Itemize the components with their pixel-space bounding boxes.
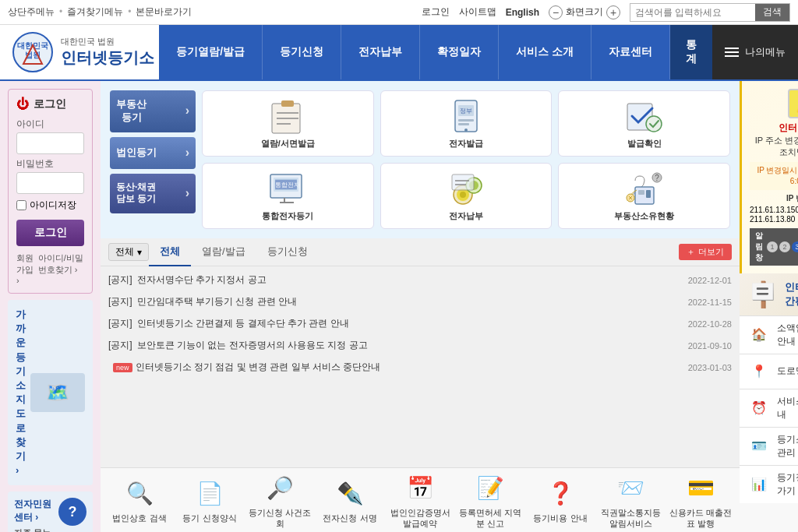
signup-link[interactable]: 회원가입 ›	[16, 252, 38, 285]
notice-title-0[interactable]: 전자서명수단 추가 지정서 공고	[137, 273, 433, 287]
ip-from-0: 211.61.13.150	[750, 206, 798, 214]
tab-btn-2[interactable]: 등기신청	[256, 238, 319, 266]
id-input[interactable]	[16, 132, 84, 154]
find-id-link[interactable]: 아이디/비밀번호찾기 ›	[38, 252, 84, 285]
nav-item-5[interactable]: 자료센터	[591, 25, 670, 79]
service-item-0[interactable]: 열람/서면발급	[202, 90, 374, 157]
info-item-1[interactable]: 📍 도로명주소 안내 ›	[740, 354, 798, 389]
sitemap-link[interactable]: 사이트맵	[459, 5, 496, 19]
svg-rect-29	[452, 174, 474, 190]
service-item-5[interactable]: ? 부동산소유현황	[558, 163, 730, 229]
svg-rect-33	[638, 190, 644, 195]
nav-my-menu[interactable]: 나의메뉴	[712, 25, 798, 79]
svg-rect-5	[281, 100, 294, 107]
category-corp[interactable]: 법인등기 ›	[110, 137, 196, 169]
map-label: 가까운 등기소 지도로 찾기 ›	[16, 308, 26, 477]
nav-item-6[interactable]: 통 계	[670, 25, 712, 79]
dot-3[interactable]: 3	[792, 241, 798, 252]
tab-btn-1[interactable]: 열람/발급	[191, 238, 256, 266]
zoom-minus-button[interactable]: −	[549, 5, 563, 19]
notice-title-3[interactable]: 보안토큰 기능이 없는 전자증명서의 사용용도 지정 공고	[137, 339, 433, 352]
service-icon-0	[264, 97, 311, 135]
nav-item-0[interactable]: 등기열람/발급	[159, 25, 263, 79]
service-item-4[interactable]: 전자납부	[380, 163, 553, 229]
login-link[interactable]: 로그인	[422, 5, 450, 19]
nav-item-2[interactable]: 전자납부	[341, 25, 420, 79]
icon-bar-item-2[interactable]: 🔎 등기신청 사건조회	[245, 473, 315, 530]
icon-bar-item-5[interactable]: 📝 등록면허세 지역분 신고	[455, 473, 525, 530]
shortcut-top[interactable]: 상단주메뉴	[8, 5, 62, 19]
notice-date-0: 2022-12-01	[688, 276, 732, 285]
tab-dropdown[interactable]: 전체 ▾	[108, 243, 149, 261]
shortcut-fav[interactable]: 즐겨찾기메뉴	[67, 5, 131, 19]
info-item-icon-0: 🏠	[747, 323, 771, 347]
login-button[interactable]: 로그인	[16, 220, 84, 246]
main-content: ⏻ 로그인 아이디 비밀번호 아이디저장 로그인 회원가입 › 아이디/비밀번호…	[0, 81, 798, 532]
info-item-4[interactable]: 📊 등기정보광장 바로가기 ›	[740, 465, 798, 503]
map-section[interactable]: 가까운 등기소 지도로 찾기 › 🗺️	[8, 300, 93, 485]
icon-bar-icon-0: 🔍	[124, 478, 155, 509]
cat-mortgage-arrow: ›	[185, 185, 189, 202]
icon-bar-item-8[interactable]: 💳 신용카드 매출전표 발행	[666, 473, 736, 530]
alert-date: IP 변경일시 : 2019. 5. 3. (금) 6:00 이후	[750, 162, 798, 190]
notice-item-4: new 인터넷등기소 정기 점검 및 변경 관련 일부 서비스 중단안내 202…	[108, 357, 732, 378]
search-button[interactable]: 검색	[755, 4, 789, 21]
language-link[interactable]: English	[506, 7, 539, 18]
icon-bar-icon-2: 🔎	[264, 473, 295, 504]
info-item-2[interactable]: ⏰ 서비스 이용시간 안내 ›	[740, 389, 798, 427]
info-item-0[interactable]: 🏠 소액임차인의 범위 안내 ›	[740, 315, 798, 354]
notice-title-1[interactable]: 민간임대주택 부기등기 신청 관련 안내	[137, 295, 433, 308]
cat-corp-arrow: ›	[185, 145, 189, 161]
nav-item-1[interactable]: 등기신청	[263, 25, 341, 79]
icon-bar-item-4[interactable]: 📅 법인인감증명서 발급예약	[385, 473, 455, 530]
info-item-icon-3: 🪪	[747, 435, 771, 458]
tab-btn-0[interactable]: 전체	[149, 238, 191, 266]
notice-title-2[interactable]: 인터넷등기소 간편결제 등 결제수단 추가 관련 안내	[137, 317, 433, 330]
id-label: 아이디	[16, 118, 84, 131]
category-column: 부동산등기 › 법인등기 › 동산·채권담보 등기 ›	[110, 90, 196, 229]
services-panel: 부동산등기 › 법인등기 › 동산·채권담보 등기 ›	[101, 81, 740, 238]
pw-input[interactable]	[16, 172, 84, 194]
service-item-3[interactable]: 통합전자 통합전자등기	[202, 163, 374, 229]
icon-bar-item-3[interactable]: ✒️ 전자신청 서명	[315, 478, 385, 523]
service-item-2[interactable]: 발급확인	[558, 90, 730, 157]
cat-real-estate-label: 부동산등기	[116, 98, 147, 125]
icon-bar-item-0[interactable]: 🔍 법인상호 검색	[104, 478, 175, 523]
service-item-1[interactable]: 정부 전자발급	[380, 90, 553, 157]
icon-bar-item-7[interactable]: 📨 직권말소통지등 알림서비스	[595, 473, 666, 530]
main-name-label: 인터넷등기소	[61, 48, 154, 69]
more-label: 더보기	[698, 246, 724, 258]
nav-item-3[interactable]: 확정일자	[420, 25, 499, 79]
dot-1[interactable]: 1	[767, 241, 778, 252]
svg-point-26	[460, 192, 466, 198]
shortcut-body[interactable]: 본문바로가기	[136, 5, 196, 19]
alert-title-area: 인터넷등기소 IP 주소 변경 및 접속불가시 조치방법 안내	[750, 122, 798, 159]
notice-title-4[interactable]: 인터넷등기소 정기 점검 및 변경 관련 일부 서비스 중단안내	[136, 361, 432, 374]
guide-banner[interactable]: 🪧 인터넷등기소 간편길잡이 ▶	[740, 273, 798, 315]
icon-bar-item-1[interactable]: 📄 등기 신청양식	[175, 478, 245, 523]
notice-item-0: [공지] 전자서명수단 추가 지정서 공고 2022-12-01	[108, 270, 732, 291]
service-label-5: 부동산소유현황	[614, 210, 674, 222]
login-title: ⏻ 로그인	[16, 97, 84, 111]
info-item-label-1: 도로명주소 안내	[777, 365, 798, 378]
remember-checkbox[interactable]	[16, 200, 26, 210]
zoom-controls: − 화면크기 +	[549, 5, 620, 19]
service-svg-4	[446, 170, 486, 207]
svg-text:정부: 정부	[460, 107, 472, 115]
category-real-estate[interactable]: 부동산등기 ›	[110, 90, 196, 132]
service-label-2: 발급확인	[627, 138, 662, 150]
search-input[interactable]	[630, 4, 755, 21]
ip-from-1: 211.61.13.80	[750, 215, 795, 224]
zoom-plus-button[interactable]: +	[606, 5, 620, 19]
icon-bar-item-6[interactable]: ❓ 등기비용 안내	[525, 478, 595, 523]
nav-item-4[interactable]: 서비스 소개	[499, 25, 591, 79]
icon-bar-icon-3: ✒️	[334, 478, 365, 509]
notice-tag-3: [공지]	[108, 339, 132, 352]
more-button[interactable]: ＋ 더보기	[679, 244, 732, 260]
qa-icon: ?	[58, 498, 87, 526]
icon-bar: 🔍 법인상호 검색 📄 등기 신청양식 🔎 등기신청 사건조회 ✒️ 전자신청 …	[101, 467, 740, 532]
info-item-3[interactable]: 🪪 등기소 出入증 신청관리 ›	[740, 427, 798, 465]
category-mortgage[interactable]: 동산·채권담보 등기 ›	[110, 174, 196, 213]
dot-2[interactable]: 2	[779, 241, 790, 252]
civil-section[interactable]: 전자민원센터 › 자주 묻는 질문 Q&A ?	[8, 491, 93, 532]
